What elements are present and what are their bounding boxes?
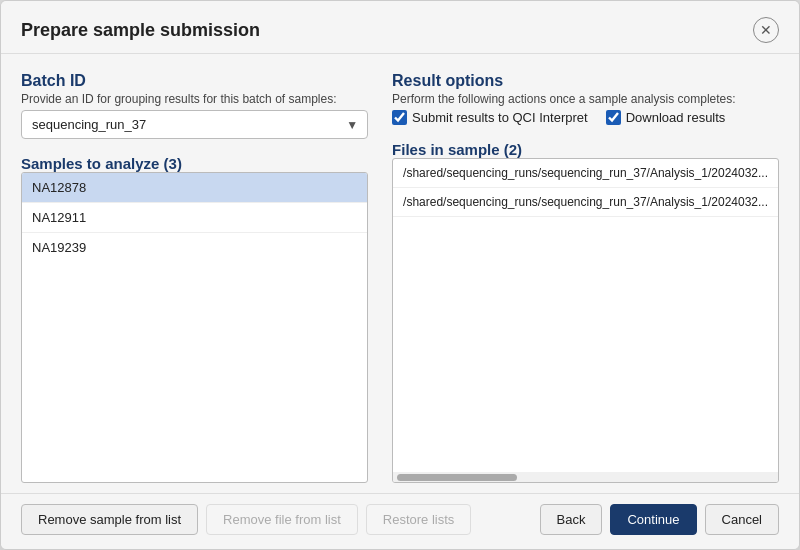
files-title: Files in sample (2) (392, 141, 779, 158)
download-results-checkbox[interactable] (606, 110, 621, 125)
files-scrollbar[interactable] (393, 472, 778, 482)
remove-file-button[interactable]: Remove file from list (206, 504, 358, 535)
batch-id-desc: Provide an ID for grouping results for t… (21, 92, 368, 106)
sample-item[interactable]: NA19239 (22, 233, 367, 262)
prepare-submission-dialog: Prepare sample submission ✕ Batch ID Pro… (0, 0, 800, 550)
back-button[interactable]: Back (540, 504, 603, 535)
result-options-desc: Perform the following actions once a sam… (392, 92, 779, 106)
download-results-text: Download results (626, 110, 726, 125)
submit-results-checkbox[interactable] (392, 110, 407, 125)
samples-list: NA12878 NA12911 NA19239 (21, 172, 368, 483)
files-list: /shared/sequencing_runs/sequencing_run_3… (392, 158, 779, 483)
cancel-button[interactable]: Cancel (705, 504, 779, 535)
sample-item[interactable]: NA12878 (22, 173, 367, 203)
continue-button[interactable]: Continue (610, 504, 696, 535)
batch-select-wrapper: sequencing_run_37 ▼ (21, 110, 368, 139)
file-item[interactable]: /shared/sequencing_runs/sequencing_run_3… (393, 159, 778, 188)
sample-item[interactable]: NA12911 (22, 203, 367, 233)
result-options-title: Result options (392, 72, 779, 90)
right-panel: Result options Perform the following act… (392, 72, 779, 483)
download-results-label[interactable]: Download results (606, 110, 726, 125)
batch-id-title: Batch ID (21, 72, 368, 90)
right-panel-inner: Result options Perform the following act… (392, 72, 779, 483)
batch-id-section: Batch ID Provide an ID for grouping resu… (21, 72, 368, 139)
left-panel-inner: Batch ID Provide an ID for grouping resu… (21, 72, 368, 483)
footer-right-buttons: Back Continue Cancel (540, 504, 779, 535)
dialog-header: Prepare sample submission ✕ (1, 1, 799, 54)
left-panel: Batch ID Provide an ID for grouping resu… (21, 72, 368, 483)
close-button[interactable]: ✕ (753, 17, 779, 43)
submit-results-label[interactable]: Submit results to QCI Interpret (392, 110, 588, 125)
result-options-section: Result options Perform the following act… (392, 72, 779, 125)
dialog-body: Batch ID Provide an ID for grouping resu… (1, 54, 799, 493)
file-item[interactable]: /shared/sequencing_runs/sequencing_run_3… (393, 188, 778, 217)
result-options-checkboxes: Submit results to QCI Interpret Download… (392, 110, 779, 125)
restore-lists-button[interactable]: Restore lists (366, 504, 472, 535)
submit-results-text: Submit results to QCI Interpret (412, 110, 588, 125)
dialog-footer: Remove sample from list Remove file from… (1, 493, 799, 549)
remove-sample-button[interactable]: Remove sample from list (21, 504, 198, 535)
files-scrollthumb[interactable] (397, 474, 517, 481)
dialog-title: Prepare sample submission (21, 20, 260, 41)
footer-left-buttons: Remove sample from list Remove file from… (21, 504, 471, 535)
samples-title: Samples to analyze (3) (21, 155, 368, 172)
batch-id-select[interactable]: sequencing_run_37 (21, 110, 368, 139)
